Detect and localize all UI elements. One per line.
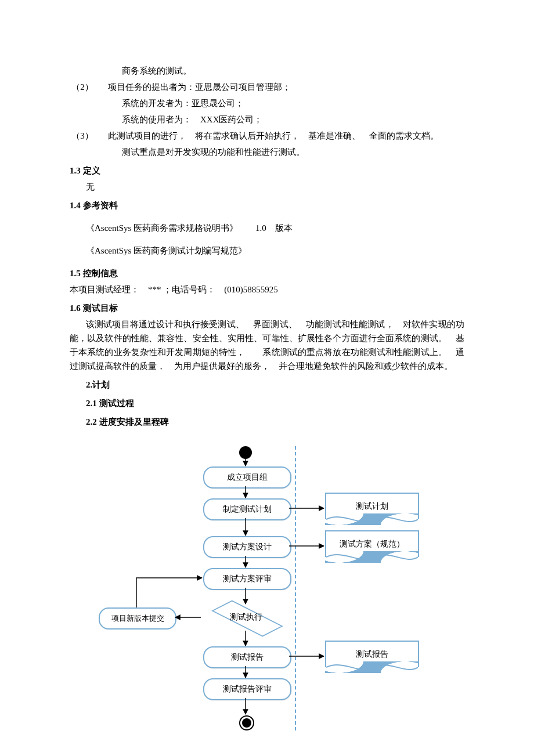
flow-decision: 测试执行 [199, 603, 293, 632]
heading-2-2: 2.2 进度安排及里程碑 [70, 415, 464, 429]
flow-end [239, 715, 254, 730]
flow-document: 测试计划 [325, 493, 419, 519]
ref-line: 《AscentSys 医药商务测试计划编写规范》 [70, 244, 464, 258]
body-text: 本项目测试经理： *** ；电话号码： (010)58855925 [70, 283, 464, 296]
list-text: 系统的开发者为：亚思晟公司； [70, 96, 464, 110]
flow-feedback: 项目新版本提交 [99, 607, 176, 630]
flowchart: 成立项目组 制定测试计划 测试方案设计 测试方案评审 测试执行 测试报告 测试报… [93, 446, 441, 730]
list-item-3: （3） 此测试项目的进行， 将在需求确认后开始执行， 基准是准确、 全面的需求文… [70, 129, 464, 143]
flow-node: 测试报告 [203, 646, 291, 668]
list-key: （2） [70, 80, 95, 94]
header-fragment: 商务系统的测试。 [70, 64, 464, 78]
heading-2: 2.计划 [70, 378, 464, 392]
doc-label: 测试计划 [356, 500, 388, 513]
heading-1-3: 1.3 定义 [70, 164, 464, 178]
list-text: 此测试项目的进行， 将在需求确认后开始执行， 基准是准确、 全面的需求文档。 [108, 129, 439, 143]
flow-decision-label: 测试执行 [199, 603, 293, 632]
document-page: { "header_line": "商务系统的测试。", "items": { … [0, 0, 534, 756]
list-key: （3） [70, 129, 95, 143]
ref-line: 《AscentSys 医药商务需求规格说明书》 1.0 版本 [70, 221, 464, 235]
heading-1-5: 1.5 控制信息 [70, 266, 464, 280]
flow-node: 成立项目组 [203, 466, 291, 489]
heading-1-4: 1.4 参考资料 [70, 198, 464, 212]
flow-document: 测试报告 [325, 641, 419, 667]
body-text: 该测试项目将通过设计和执行接受测试、 界面测试、 功能测试和性能测试， 对软件实… [70, 317, 464, 373]
list-text: 系统的使用者为： XXX医药公司； [70, 113, 464, 126]
list-text: 测试重点是对开发实现的功能和性能进行测试。 [70, 145, 464, 159]
flow-node: 测试报告评审 [203, 678, 291, 700]
doc-label: 测试方案（规范） [340, 538, 405, 551]
flow-start [239, 446, 252, 459]
flow-node: 测试方案设计 [203, 536, 291, 558]
flow-node: 测试方案评审 [203, 568, 291, 590]
list-item-2: （2） 项目任务的提出者为：亚思晟公司项目管理部； [70, 80, 464, 94]
doc-label: 测试报告 [356, 648, 388, 661]
list-text: 项目任务的提出者为：亚思晟公司项目管理部； [108, 80, 291, 94]
flow-node: 制定测试计划 [203, 498, 291, 520]
flow-document: 测试方案（规范） [325, 530, 419, 557]
heading-2-1: 2.1 测试过程 [70, 396, 464, 410]
body-text: 无 [70, 180, 464, 194]
swimlane-divider [295, 446, 296, 730]
heading-1-6: 1.6 测试目标 [70, 301, 464, 315]
